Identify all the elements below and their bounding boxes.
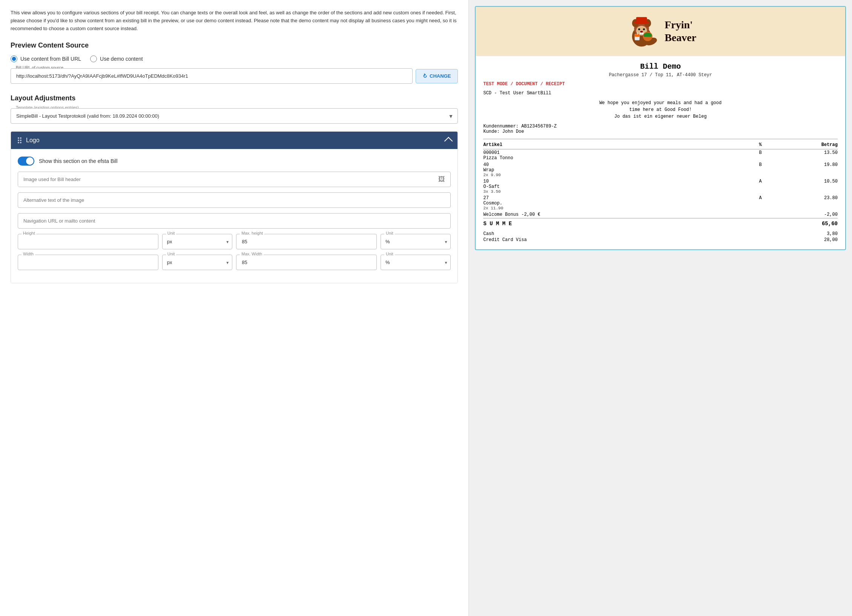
template-select-wrapper: SimpleBill - Layout Testprotokoll (valid… [11, 108, 458, 124]
svg-point-7 [638, 28, 640, 30]
change-btn-label: CHANGE [430, 73, 451, 79]
message-line1: We hope you enjoyed your meals and had a… [599, 100, 722, 106]
right-panel: Fryin' Beaver Bill Demo Pachergasse 17 /… [468, 0, 852, 616]
image-input-wrapper: 🖼 [18, 172, 451, 187]
brand-name: Fryin' Beaver [665, 18, 696, 44]
bill-url-input[interactable] [11, 68, 413, 84]
height-field: Height [18, 234, 158, 249]
collapse-icon [444, 137, 453, 146]
table-row: 40 Wrap 2x 9.90 B 19.80 [483, 161, 838, 178]
alt-text-field [18, 192, 451, 208]
width-unit-label: Unit [166, 252, 177, 256]
col-betrag: Betrag [762, 142, 838, 149]
layout-section: Layout Adjustments Template (existing op… [11, 94, 458, 124]
radio-bill-url[interactable]: Use content from Bill URL [11, 55, 81, 62]
radio-group: Use content from Bill URL Use demo conte… [11, 55, 458, 62]
show-section-toggle[interactable] [18, 157, 34, 166]
message-line2: time here at Good Food! [629, 107, 692, 112]
max-height-field: Max. height [236, 234, 377, 249]
summe-label: S U M M E [483, 218, 749, 228]
beaver-logo [625, 14, 659, 48]
max-height-input[interactable] [236, 234, 377, 249]
drag-icon [18, 137, 21, 143]
customer-number: Kundennummer: AB123456789-Z [483, 124, 838, 129]
max-height-unit-label: Unit [384, 231, 395, 235]
bill-url-field-group: Bill URL of custom source ↻ CHANGE [11, 68, 458, 84]
height-row: Height Unit px ▼ Max. height Unit [18, 234, 451, 249]
table-row: 10 O-Saft 3x 3.50 A 10.50 [483, 178, 838, 195]
width-input[interactable] [18, 255, 158, 270]
height-unit-select[interactable]: px [162, 234, 232, 249]
receipt-customer: Kundennummer: AB123456789-Z Kunde: John … [483, 124, 838, 134]
svg-rect-15 [644, 37, 652, 38]
max-width-input[interactable] [236, 255, 377, 270]
max-width-label: Max. Width [240, 252, 264, 256]
svg-rect-18 [637, 32, 638, 35]
height-input[interactable] [18, 234, 158, 249]
width-unit-select[interactable]: px [162, 255, 232, 270]
receipt-title: Bill Demo [483, 62, 838, 71]
change-button[interactable]: ↻ CHANGE [416, 69, 458, 83]
nav-url-input[interactable] [18, 213, 451, 229]
table-row: 27 Cosmop. 2x 11.90 A 23.80 [483, 195, 838, 211]
col-percent: % [749, 142, 762, 149]
alt-text-input[interactable] [18, 192, 451, 208]
receipt-logo: Fryin' Beaver [476, 7, 845, 56]
intro-text: This view allows you to configure variou… [11, 9, 458, 32]
left-panel: This view allows you to configure variou… [0, 0, 468, 616]
bill-url-input-row: ↻ CHANGE [11, 68, 458, 84]
message-line3: Jo das ist ein eigener neuer Beleg [614, 114, 707, 119]
receipt-payments: Cash3,80Credit Card Visa28,00 [483, 231, 838, 243]
toggle-knob [26, 157, 34, 165]
logo-section-body: Show this section on the efsta Bill 🖼 He… [11, 149, 457, 283]
radio-demo-label: Use demo content [100, 56, 143, 62]
width-unit-field: Unit px ▼ [162, 255, 232, 270]
width-label: Width [21, 252, 35, 256]
max-width-unit-select[interactable]: % [381, 255, 451, 270]
radio-demo-input[interactable] [90, 55, 97, 62]
receipt-divider-top [483, 139, 838, 139]
summe-value: 65,60 [762, 218, 838, 228]
receipt-address: Pachergasse 17 / Top 11, AT-4400 Steyr [483, 72, 838, 78]
layout-title: Layout Adjustments [11, 94, 458, 102]
receipt-mode: TEST MODE / DOCUMENT / RECEIPT [483, 81, 838, 87]
svg-rect-5 [636, 17, 647, 23]
svg-rect-10 [640, 33, 642, 35]
toggle-label: Show this section on the efsta Bill [39, 158, 118, 164]
template-field: Template (existing options entries) Simp… [11, 108, 458, 124]
bill-url-select-wrapper [11, 68, 413, 84]
logo-section-block: Logo Show this section on the efsta Bill… [11, 131, 458, 283]
receipt-container: Fryin' Beaver Bill Demo Pachergasse 17 /… [475, 6, 846, 250]
radio-demo[interactable]: Use demo content [90, 55, 143, 62]
max-height-unit-select[interactable]: % [381, 234, 451, 249]
max-height-label: Max. height [240, 231, 264, 235]
max-height-unit-field: Unit % ▼ [381, 234, 451, 249]
radio-bill-url-label: Use content from Bill URL [20, 56, 81, 62]
nav-url-field [18, 213, 451, 229]
image-field: 🖼 [18, 172, 451, 187]
height-label: Height [21, 231, 37, 235]
image-input[interactable] [18, 172, 433, 187]
preview-content-title: Preview Content Source [11, 41, 458, 49]
table-header-row: Artikel % Betrag [483, 142, 838, 149]
toggle-row: Show this section on the efsta Bill [18, 157, 451, 166]
height-unit-label: Unit [166, 231, 177, 235]
radio-bill-url-input[interactable] [11, 55, 17, 62]
payment-row: Cash3,80 [483, 231, 838, 237]
max-width-unit-field: Unit % ▼ [381, 255, 451, 270]
width-row: Width Unit px ▼ Max. Width Unit [18, 255, 451, 270]
logo-section-header[interactable]: Logo [11, 132, 457, 149]
svg-point-8 [643, 28, 645, 30]
customer-name: Kunde: John Doe [483, 129, 838, 134]
max-width-unit-label: Unit [384, 252, 395, 256]
receipt-message: We hope you enjoyed your meals and had a… [483, 100, 838, 120]
summe-empty [749, 218, 762, 228]
max-width-field: Max. Width [236, 255, 377, 270]
svg-point-9 [640, 31, 643, 33]
receipt-items-body: 000001 Pizza Tonno B 13.50 40 Wrap 2x 9.… [483, 149, 838, 218]
logo-header-left: Logo [18, 137, 40, 144]
logo-section-label: Logo [26, 137, 40, 144]
table-row: 000001 Pizza Tonno B 13.50 [483, 149, 838, 162]
template-select[interactable]: SimpleBill - Layout Testprotokoll (valid… [11, 108, 458, 124]
table-row: Welcome Bonus -2,00 € -2,00 [483, 211, 838, 218]
